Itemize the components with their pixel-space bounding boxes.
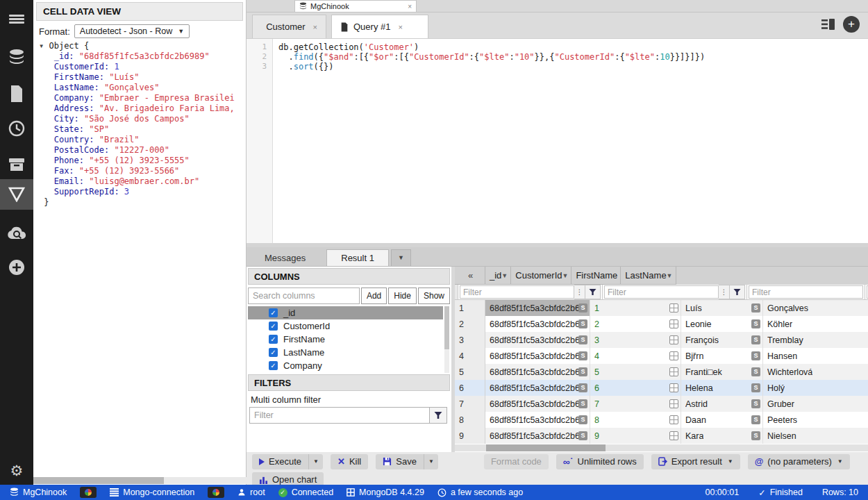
id-cell[interactable]: 68df85f1fc5a3cbfdc2b699 S [485,428,590,444]
id-cell[interactable]: 68df85f1fc5a3cbfdc2b698 S [485,380,590,396]
multi-column-filter-input[interactable] [249,407,430,424]
databases-icon[interactable] [0,46,33,69]
checkbox-checked-icon[interactable]: ✓ [269,308,278,317]
checkbox-checked-icon[interactable]: ✓ [269,322,278,331]
firstname-cell[interactable]: Franti□ek S [681,364,763,380]
table-row[interactable]: 2 68df85f1fc5a3cbfdc2b698 S 2 Leonie S [455,316,868,332]
row-number-cell[interactable]: 7 [455,396,485,412]
checkbox-checked-icon[interactable]: ✓ [269,361,278,370]
column-list-item[interactable]: ✓ FirstName [248,333,443,346]
id-cell[interactable]: 68df85f1fc5a3cbfdc2b698 S [485,316,590,332]
lastname-cell[interactable]: Nielsen [763,428,868,444]
lastname-cell[interactable]: Wichterlová [763,364,868,380]
result-tabs-dropdown[interactable]: ▼ [391,249,411,266]
customerid-cell[interactable]: 3 [590,332,681,348]
row-number-cell[interactable]: 4 [455,348,485,364]
toggle-results-layout-icon[interactable] [821,19,837,30]
row-number-cell[interactable]: 9 [455,428,485,444]
database-color-badge[interactable] [80,487,97,498]
firstname-cell[interactable]: Kara S [681,428,763,444]
column-header[interactable]: _id ▼ [485,267,511,285]
id-cell[interactable]: 68df85f1fc5a3cbfdc2b698 S [485,332,590,348]
column-header[interactable]: FirstName ▼ [571,267,621,285]
firstname-cell[interactable]: Daan S [681,412,763,428]
connection-window-tab[interactable]: MgChinook × [294,0,417,12]
lastname-cell[interactable]: Hansen [763,348,868,364]
editor-code[interactable]: db.getCollection('Customer') .find({"$an… [273,39,868,243]
customerid-cell[interactable]: 2 [590,316,681,332]
column-filter-input[interactable] [604,285,719,299]
row-number-cell[interactable]: 6 [455,380,485,396]
statusbar-database[interactable]: MgChinook [10,488,67,497]
firstname-cell[interactable]: Leonie S [681,316,763,332]
menu-icon[interactable] [0,7,33,31]
table-row[interactable]: 4 68df85f1fc5a3cbfdc2b698 S 4 Bjřrn S [455,348,868,364]
search-columns-input[interactable] [248,288,360,304]
settings-icon[interactable]: ⚙ [0,458,33,482]
customerid-cell[interactable]: 4 [590,348,681,364]
column-header[interactable]: LastName ▼ [621,267,676,285]
filter-funnel-button[interactable] [430,407,447,424]
archive-icon[interactable] [0,153,33,176]
connection-color-badge[interactable] [208,487,224,498]
tab-result-1[interactable]: Result 1 [326,249,389,266]
save-button[interactable]: Save [376,454,424,469]
table-row[interactable]: 7 68df85f1fc5a3cbfdc2b698 S 7 Astrid S [455,396,868,412]
id-cell[interactable]: 68df85f1fc5a3cbfdc2b698 S [485,348,590,364]
execute-dropdown[interactable]: ▼ [308,454,323,469]
firstname-cell[interactable]: Astrid S [681,396,763,412]
scrollbar-thumb[interactable] [444,306,449,349]
close-icon[interactable]: × [408,3,412,10]
horizontal-scrollbar[interactable] [33,477,247,484]
statusbar-server[interactable]: MongoDB 4.4.29 [347,488,424,497]
lastname-cell[interactable]: Peeters [763,412,868,428]
row-number-cell[interactable]: 8 [455,412,485,428]
table-row[interactable]: 6 68df85f1fc5a3cbfdc2b698 S 6 Helena S [455,380,868,396]
statusbar-last-run[interactable]: a few seconds ago [437,488,523,497]
lastname-cell[interactable]: Holý [763,380,868,396]
documents-icon[interactable] [0,82,33,106]
export-result-button[interactable]: Export result▼ [651,454,740,469]
execute-button[interactable]: Execute [252,454,308,469]
column-list-item[interactable]: ✓ LastName [248,346,443,359]
row-number-cell[interactable]: 1 [455,300,485,316]
save-dropdown[interactable]: ▼ [424,454,438,469]
filter-options-icon[interactable]: ⋮ [719,285,730,299]
filter-icon[interactable] [0,179,33,210]
id-cell[interactable]: 68df85f1fc5a3cbfdc2b698 S [485,300,590,316]
firstname-cell[interactable]: François S [681,332,763,348]
collapse-columns-button[interactable]: « [455,267,485,285]
row-number-cell[interactable]: 2 [455,316,485,332]
column-list-item[interactable]: ✓ CustomerId [248,319,443,333]
cloud-search-icon[interactable] [0,221,33,244]
tab-customer[interactable]: Customer × [252,15,326,38]
add-column-button[interactable]: Add [361,288,387,304]
customerid-cell[interactable]: 7 [590,396,681,412]
statusbar-connection[interactable]: Mongo-connection [110,488,194,497]
json-document-view[interactable]: ▾ Object { _id: "68df85f1fc5a3cbfdc2b698… [33,40,246,208]
add-icon[interactable] [0,256,33,279]
close-icon[interactable]: × [398,23,402,31]
vertical-scrollbar[interactable] [444,306,449,373]
unlimited-rows-button[interactable]: ∞˙Unlimited rows [556,454,644,469]
customerid-cell[interactable]: 6 [590,380,681,396]
funnel-icon[interactable] [585,285,601,299]
column-filter-input[interactable] [460,285,574,299]
parameters-button[interactable]: @(no parameters)▼ [748,454,850,469]
row-number-cell[interactable]: 5 [455,364,485,380]
lastname-cell[interactable]: Tremblay [763,332,868,348]
close-icon[interactable]: × [313,23,317,31]
statusbar-user[interactable]: root [237,488,265,497]
customerid-cell[interactable]: 1 [590,300,681,316]
id-cell[interactable]: 68df85f1fc5a3cbfdc2b698 S [485,364,590,380]
customerid-cell[interactable]: 8 [590,412,681,428]
funnel-icon[interactable] [730,285,745,299]
history-icon[interactable] [0,117,33,140]
id-cell[interactable]: 68df85f1fc5a3cbfdc2b698 S [485,396,590,412]
scrollbar-thumb[interactable] [33,477,164,484]
kill-button[interactable]: ✕Kill [331,454,368,469]
firstname-cell[interactable]: Helena S [681,380,763,396]
column-header[interactable]: CustomerId ▼ [511,267,571,285]
table-row[interactable]: 5 68df85f1fc5a3cbfdc2b698 S 5 Franti□ek … [455,364,868,380]
tab-messages[interactable]: Messages [252,250,318,266]
